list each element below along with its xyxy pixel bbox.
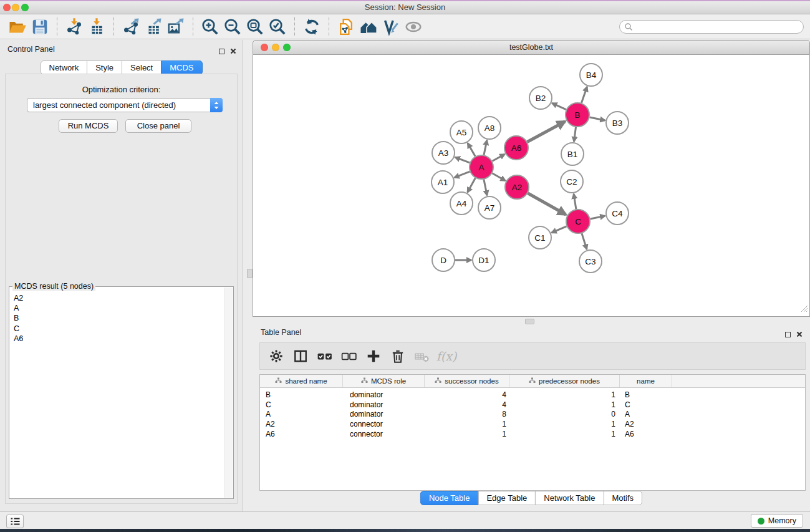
trash-icon[interactable] — [390, 348, 406, 364]
app-titlebar[interactable]: Session: New Session — [0, 1, 810, 14]
apply-layout-icon[interactable] — [301, 17, 323, 37]
graph-edge-B-B2[interactable] — [552, 103, 566, 109]
graph-edge-A2-C[interactable] — [528, 193, 566, 215]
node-table[interactable]: shared nameMCDS rolesuccessor nodesprede… — [259, 374, 806, 491]
network-maximize-traffic-light[interactable] — [283, 44, 291, 51]
graph-edge-A-A5[interactable] — [468, 143, 475, 157]
column-header-MCDS-role[interactable]: MCDS role — [343, 375, 425, 387]
graph-edge-C-C3[interactable] — [582, 233, 587, 249]
graph-node-B3[interactable]: B3 — [606, 112, 629, 134]
close-traffic-light[interactable] — [3, 4, 11, 11]
network-close-traffic-light[interactable] — [261, 44, 268, 51]
zoom-fit-icon[interactable] — [244, 17, 266, 37]
optimization-criterion-select[interactable]: largest connected component (directed) — [27, 98, 223, 112]
graph-node-C2[interactable]: C2 — [561, 170, 583, 193]
zoom-out-icon[interactable] — [221, 17, 244, 37]
tab-motifs[interactable]: Motifs — [603, 491, 642, 505]
duplicate-network-icon[interactable] — [335, 17, 357, 37]
memory-button[interactable]: Memory — [751, 514, 803, 528]
graph-node-A3[interactable]: A3 — [432, 142, 455, 164]
close-panel-icon[interactable] — [230, 46, 236, 57]
search-input[interactable] — [619, 20, 804, 34]
tab-network[interactable]: Network — [40, 60, 87, 75]
network-graph[interactable]: B4B2BB3B1A5A8A6A3AA1A2A4A7C2C1CC4C3DD1 — [253, 55, 809, 317]
maximize-traffic-light[interactable] — [21, 4, 29, 11]
tab-edge-table[interactable]: Edge Table — [478, 491, 536, 505]
graph-node-A8[interactable]: A8 — [478, 117, 501, 139]
run-mcds-button[interactable]: Run MCDS — [59, 119, 118, 133]
mcds-result-item[interactable]: C — [14, 324, 224, 334]
columns-icon[interactable] — [292, 348, 309, 364]
graph-node-A7[interactable]: A7 — [478, 196, 501, 219]
graph-node-C1[interactable]: C1 — [529, 226, 551, 249]
network-canvas[interactable]: B4B2BB3B1A5A8A6A3AA1A2A4A7C2C1CC4C3DD1 — [253, 55, 810, 317]
mcds-result-item[interactable]: B — [14, 313, 224, 323]
graph-edge-A-A4[interactable] — [468, 178, 476, 193]
export-network-icon[interactable] — [120, 17, 142, 37]
mcds-result-item[interactable]: A — [14, 303, 224, 313]
graph-edge-A-A8[interactable] — [484, 140, 487, 155]
graph-node-C[interactable]: C — [566, 210, 590, 233]
table-row[interactable]: Bdominator41B — [260, 390, 805, 400]
vertical-splitter-handle[interactable] — [247, 269, 253, 278]
horizontal-splitter-handle[interactable] — [525, 319, 534, 324]
checkbox-checked-pair-icon[interactable] — [317, 348, 333, 364]
zoom-in-icon[interactable] — [199, 17, 221, 37]
network-window-titlebar[interactable]: testGlobe.txt — [253, 40, 810, 55]
graph-node-B2[interactable]: B2 — [529, 87, 552, 109]
graph-node-A1[interactable]: A1 — [432, 171, 454, 193]
import-network-icon[interactable] — [63, 17, 85, 37]
tab-mcds[interactable]: MCDS — [161, 60, 202, 75]
mcds-result-scrollbar[interactable] — [224, 288, 233, 498]
graph-node-D1[interactable]: D1 — [473, 249, 495, 271]
graph-node-B4[interactable]: B4 — [580, 64, 602, 86]
table-row[interactable]: A6connector11A6 — [260, 429, 805, 439]
checkbox-unchecked-pair-icon[interactable] — [341, 348, 357, 364]
graph-edge-A-A3[interactable] — [455, 157, 470, 163]
mcds-result-list[interactable]: A2ABCA6 — [9, 289, 224, 498]
table-row[interactable]: Adominator80A — [260, 410, 805, 420]
table-float-panel-icon[interactable] — [785, 332, 791, 337]
import-table-icon[interactable] — [85, 17, 108, 37]
graph-edge-C-C4[interactable] — [591, 216, 605, 219]
close-panel-button[interactable]: Close panel — [125, 119, 191, 133]
graph-edge-A-A1[interactable] — [455, 172, 470, 178]
graph-node-C4[interactable]: C4 — [606, 202, 629, 225]
column-header-predecessor-nodes[interactable]: predecessor nodes — [509, 375, 620, 387]
minimize-traffic-light[interactable] — [12, 4, 19, 11]
column-header-shared-name[interactable]: shared name — [260, 375, 343, 387]
column-header-name[interactable]: name — [620, 375, 672, 387]
open-file-icon[interactable] — [6, 17, 29, 37]
tab-style[interactable]: Style — [87, 60, 122, 75]
graph-node-D[interactable]: D — [432, 249, 455, 271]
zoom-selected-icon[interactable] — [266, 17, 289, 37]
graph-edge-A-A6[interactable] — [493, 154, 505, 161]
task-history-button[interactable] — [6, 515, 24, 528]
column-header-successor-nodes[interactable]: successor nodes — [425, 375, 509, 387]
plus-icon[interactable] — [365, 348, 382, 364]
graph-edge-A-A7[interactable] — [484, 180, 487, 196]
save-session-icon[interactable] — [29, 17, 51, 37]
resize-grip-icon[interactable] — [799, 304, 808, 315]
table-row[interactable]: A2connector11A2 — [260, 419, 805, 429]
graph-node-A6[interactable]: A6 — [504, 136, 528, 160]
graph-edge-C-C1[interactable] — [552, 226, 567, 233]
table-row[interactable]: Cdominator41C — [260, 400, 805, 410]
graph-edge-B-B3[interactable] — [590, 117, 605, 120]
mcds-result-item[interactable]: A2 — [14, 293, 224, 303]
gear-icon[interactable] — [268, 348, 284, 364]
tab-network-table[interactable]: Network Table — [535, 491, 604, 505]
graph-node-A5[interactable]: A5 — [450, 121, 473, 143]
tab-select[interactable]: Select — [122, 60, 162, 75]
graph-edge-A-A2[interactable] — [492, 173, 505, 181]
graph-node-A4[interactable]: A4 — [450, 192, 473, 215]
graph-node-A[interactable]: A — [470, 155, 493, 179]
network-minimize-traffic-light[interactable] — [272, 44, 279, 51]
export-image-icon[interactable] — [165, 17, 187, 37]
graph-node-B1[interactable]: B1 — [561, 143, 584, 165]
graph-edge-B-B1[interactable] — [574, 127, 576, 142]
style-pen-icon[interactable] — [380, 17, 402, 37]
graph-edge-A6-B[interactable] — [528, 122, 566, 142]
graph-node-B[interactable]: B — [566, 103, 589, 127]
float-panel-icon[interactable] — [219, 49, 224, 54]
